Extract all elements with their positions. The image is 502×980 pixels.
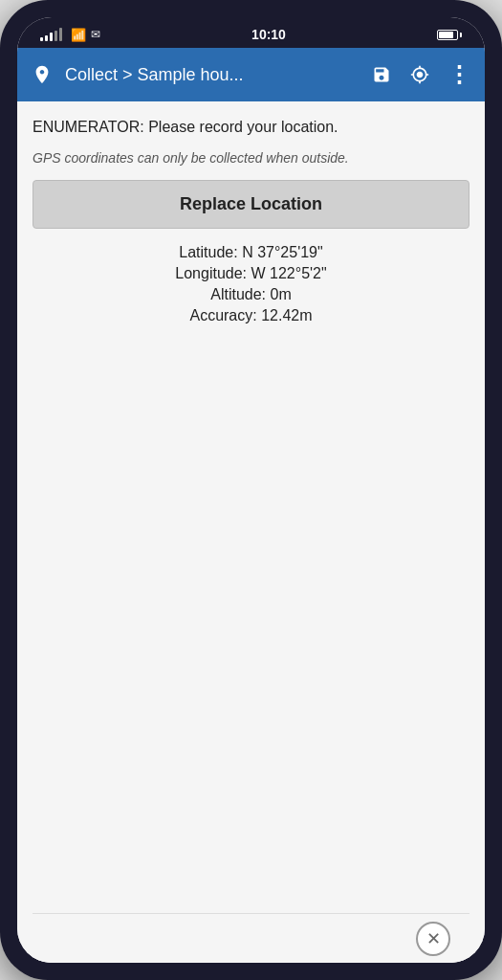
longitude-line: Longitude: W 122°5'2" — [175, 265, 326, 282]
main-content: ENUMERATOR: Please record your location.… — [17, 101, 485, 963]
bottom-spacer — [33, 336, 469, 902]
gps-note: GPS coordinates can only be collected wh… — [33, 149, 469, 168]
status-bar: 📶 ✉ 10:10 — [17, 17, 485, 48]
app-bar-title: Collect > Sample hou... — [65, 65, 357, 85]
signal-bars — [40, 28, 62, 41]
instruction-text: ENUMERATOR: Please record your location. — [33, 117, 469, 138]
app-bar: Collect > Sample hou... ⋮ — [17, 48, 485, 101]
signal-bar-4 — [55, 31, 57, 41]
app-bar-actions: ⋮ — [364, 57, 475, 92]
save-button[interactable] — [364, 57, 399, 92]
battery-indicator — [437, 30, 462, 40]
wifi-icon: 📶 — [71, 28, 86, 42]
battery-tip — [460, 33, 462, 37]
phone-shell: 📶 ✉ 10:10 Collect > Sample hou... — [0, 0, 502, 980]
accuracy-line: Accuracy: 12.42m — [189, 307, 312, 324]
signal-bar-1 — [40, 37, 43, 41]
replace-location-button[interactable]: Replace Location — [33, 180, 469, 229]
message-icon: ✉ — [91, 28, 100, 41]
signal-bar-5 — [59, 28, 62, 41]
latitude-line: Latitude: N 37°25'19" — [179, 244, 322, 261]
bottom-bar: ✕ — [33, 913, 469, 963]
status-right — [437, 30, 462, 40]
phone-screen: 📶 ✉ 10:10 Collect > Sample hou... — [17, 17, 485, 963]
collect-icon — [27, 64, 57, 85]
signal-area: 📶 ✉ — [40, 28, 100, 42]
signal-bar-2 — [45, 35, 48, 41]
battery-body — [437, 30, 458, 40]
close-button[interactable]: ✕ — [416, 922, 450, 956]
location-details: Latitude: N 37°25'19" Longitude: W 122°5… — [33, 240, 469, 324]
signal-bar-3 — [50, 33, 53, 41]
battery-fill — [439, 32, 453, 38]
status-time: 10:10 — [251, 27, 286, 42]
more-options-button[interactable]: ⋮ — [441, 57, 475, 92]
gps-button[interactable] — [403, 57, 437, 92]
altitude-line: Altitude: 0m — [210, 286, 291, 303]
close-icon: ✕ — [426, 928, 441, 949]
